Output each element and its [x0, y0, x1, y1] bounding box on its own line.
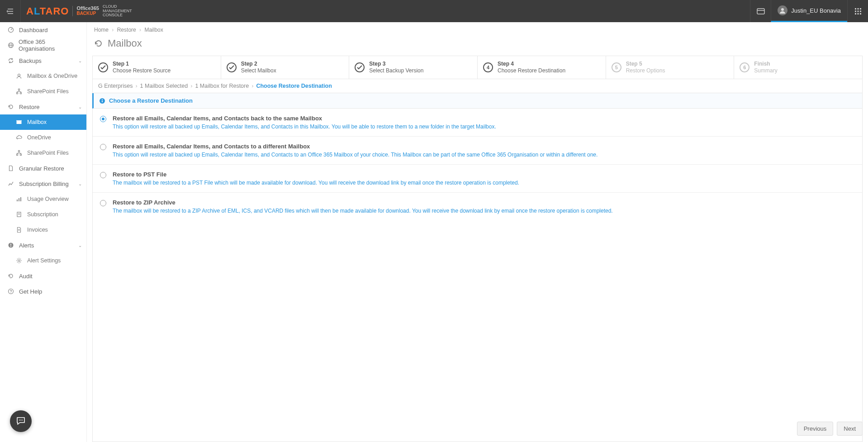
svg-rect-6 — [855, 8, 856, 10]
help-icon — [6, 288, 15, 295]
radio-button[interactable] — [100, 172, 106, 178]
chat-icon — [16, 416, 26, 426]
brand-primary: ALTARO — [26, 5, 69, 17]
restore-option-2[interactable]: Restore all Emails, Calendar Items, and … — [93, 137, 862, 165]
wizard-step-4[interactable]: 4Step 4Choose Restore Destination — [478, 56, 606, 79]
page-title: Mailbox — [92, 35, 863, 56]
restore-option-1[interactable]: Restore all Emails, Calendar Items, and … — [93, 109, 862, 137]
user-menu[interactable]: Justin_EU Bonavia — [771, 0, 847, 22]
menu-icon — [7, 8, 14, 14]
brand-logo[interactable]: ALTARO Office365 BACKUP CLOUD MANAGEMENT… — [21, 5, 137, 17]
step-indicator-icon: 6 — [740, 62, 749, 72]
option-description: The mailbox will be restored to a ZIP Ar… — [113, 208, 613, 214]
svg-point-41 — [10, 292, 11, 293]
alert-icon — [6, 242, 15, 248]
sidebar-item-label: Get Help — [19, 288, 42, 295]
info-bar: Choose a Restore Destination — [92, 93, 863, 109]
avatar-icon — [778, 5, 787, 15]
restore-option-3[interactable]: Restore to PST FileThe mailbox will be r… — [93, 165, 862, 193]
step-title: Step 5 — [626, 61, 665, 67]
svg-rect-7 — [857, 8, 859, 10]
info-icon — [99, 98, 105, 104]
sidebar-item-audit[interactable]: Audit — [0, 268, 86, 284]
apps-button[interactable] — [847, 0, 868, 22]
option-title: Restore all Emails, Calendar Items, and … — [113, 115, 496, 122]
user-name: Justin_EU Bonavia — [791, 7, 841, 14]
svg-rect-10 — [857, 10, 859, 12]
step-subtitle: Summary — [754, 67, 777, 74]
option-description: The mailbox will be restored to a PST Fi… — [113, 180, 519, 186]
step-subtitle: Choose Restore Destination — [498, 67, 565, 74]
sidebar-item-get-help[interactable]: Get Help — [0, 284, 86, 299]
breadcrumb-restore[interactable]: Restore — [117, 27, 136, 33]
svg-rect-12 — [855, 13, 856, 14]
step-subtitle: Restore Options — [626, 67, 665, 74]
chat-button[interactable] — [10, 410, 32, 432]
previous-button[interactable]: Previous — [797, 422, 834, 436]
step-title: Step 4 — [498, 61, 565, 67]
restore-options: Restore all Emails, Calendar Items, and … — [92, 109, 863, 442]
svg-rect-13 — [857, 13, 859, 14]
step-subtitle: Select Backup Version — [369, 67, 423, 74]
svg-rect-14 — [860, 13, 861, 14]
sidebar-item-label: Audit — [19, 273, 33, 280]
option-title: Restore to ZIP Archive — [113, 199, 613, 206]
wizard-step-5: 5Step 5Restore Options — [606, 56, 735, 79]
brand-sub: Office365 BACKUP — [72, 6, 99, 16]
brand-sub2: CLOUD MANAGEMENT CONSOLE — [103, 5, 132, 17]
step-title: Step 2 — [241, 61, 276, 67]
wizard-breadcrumb: G Enterprises›1 Mailbox Selected›1 Mailb… — [92, 79, 863, 93]
svg-point-42 — [19, 420, 20, 421]
breadcrumb: Home › Restore › Mailbox — [92, 22, 863, 35]
svg-point-38 — [10, 246, 11, 247]
step-subtitle: Select Mailbox — [241, 67, 276, 74]
svg-rect-46 — [102, 100, 103, 102]
radio-button[interactable] — [100, 116, 106, 122]
restore-option-4[interactable]: Restore to ZIP ArchiveThe mailbox will b… — [93, 193, 862, 220]
sidebar-item-alert-settings[interactable]: Alert Settings — [0, 253, 86, 268]
breadcrumb-current: Mailbox — [144, 27, 163, 33]
svg-rect-11 — [860, 10, 861, 12]
svg-point-5 — [781, 8, 784, 11]
wizard-step-6: 6FinishSummary — [734, 56, 862, 79]
sidebar-item-alerts[interactable]: Alerts⌄ — [0, 238, 86, 253]
wizard-crumb: 1 Mailbox for Restore — [195, 83, 249, 89]
svg-point-43 — [20, 420, 21, 421]
breadcrumb-home[interactable]: Home — [94, 27, 109, 33]
sidebar-item-label: Alert Settings — [27, 257, 61, 264]
option-title: Restore to PST File — [113, 171, 519, 178]
wizard-step-1[interactable]: Step 1Choose Restore Source — [93, 56, 221, 79]
option-description: This option will restore all backed up E… — [113, 124, 496, 130]
radio-button[interactable] — [100, 144, 106, 150]
grid-icon — [854, 8, 862, 15]
svg-point-47 — [102, 99, 103, 100]
svg-rect-9 — [855, 10, 856, 12]
topbar: ALTARO Office365 BACKUP CLOUD MANAGEMENT… — [0, 0, 868, 22]
notifications-button[interactable] — [750, 0, 771, 22]
wizard-step-2[interactable]: Step 2Select Mailbox — [221, 56, 350, 79]
step-indicator-icon: 4 — [483, 62, 493, 72]
sidebar-toggle-button[interactable] — [0, 0, 21, 22]
step-indicator-icon: 5 — [612, 62, 621, 72]
step-indicator-icon — [227, 62, 237, 72]
svg-rect-3 — [757, 9, 764, 14]
card-icon — [757, 8, 765, 14]
sidebar: DashboardOffice 365 OrganisationsBackups… — [0, 22, 87, 442]
chevron-down-icon: ⌄ — [78, 243, 82, 248]
undo-icon — [94, 39, 103, 48]
step-indicator-icon — [98, 62, 108, 72]
svg-rect-8 — [860, 8, 861, 10]
next-button[interactable]: Next — [837, 422, 863, 436]
svg-point-39 — [18, 260, 20, 261]
main-content: Home › Restore › Mailbox Mailbox Step 1C… — [87, 22, 868, 442]
step-subtitle: Choose Restore Source — [113, 67, 171, 74]
svg-point-44 — [22, 420, 23, 421]
step-title: Finish — [754, 61, 777, 67]
step-indicator-icon — [355, 62, 365, 72]
wizard-step-3[interactable]: Step 3Select Backup Version — [349, 56, 478, 79]
gear-icon — [14, 257, 24, 264]
wizard-steps: Step 1Choose Restore SourceStep 2Select … — [92, 56, 863, 79]
radio-button[interactable] — [100, 200, 106, 206]
step-title: Step 3 — [369, 61, 423, 67]
step-title: Step 1 — [113, 61, 171, 67]
